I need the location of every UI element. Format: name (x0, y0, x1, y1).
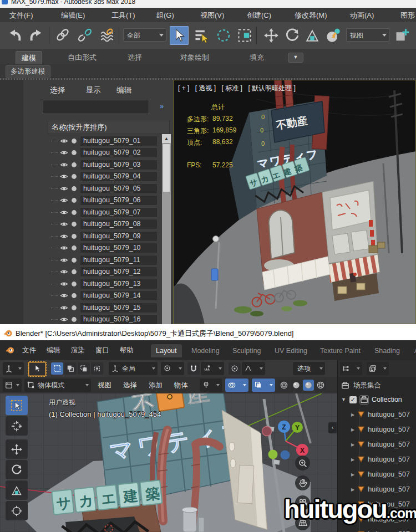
collection-expander-icon[interactable]: ▼ (341, 397, 346, 402)
visibility-eye-icon[interactable] (60, 220, 68, 228)
tool-scale[interactable] (6, 480, 28, 500)
outliner-object-row[interactable]: ▶huitugou_507 (351, 437, 410, 452)
explorer-menu-select[interactable]: 选择 (50, 85, 65, 95)
ribbon-tab-object-paint[interactable]: 对象绘制 (175, 51, 215, 64)
tool-select-box[interactable] (6, 396, 28, 415)
tool-rotate[interactable] (6, 460, 28, 479)
row-expander-icon[interactable]: ▶ (351, 442, 354, 447)
scrollbar-thumb[interactable] (163, 144, 170, 192)
ribbon-overflow-button[interactable]: ▼ (288, 53, 303, 63)
tool-move[interactable] (6, 439, 28, 459)
axis-negative-x-ball[interactable] (262, 427, 272, 436)
row-expander-icon[interactable]: ▶ (351, 412, 354, 417)
select-mode-difference-button[interactable] (91, 362, 103, 375)
visibility-eye-icon[interactable] (60, 268, 68, 276)
selectability-dot-icon[interactable] (70, 268, 78, 275)
workspace-tab-layout[interactable]: Layout (151, 344, 182, 357)
selection-filter-dropdown[interactable]: 全部 (123, 28, 166, 42)
shading-rendered-button[interactable] (315, 380, 326, 391)
select-and-move-button[interactable] (262, 26, 281, 45)
collection-row[interactable]: ▼ ✓ Collection (341, 392, 402, 407)
blender-menu-window[interactable]: 窗口 (95, 346, 109, 355)
transform-orientation-dropdown[interactable]: 全局 (109, 362, 158, 375)
outliner-object-row[interactable]: ▶huitugou_507 (351, 452, 410, 467)
gizmos-dropdown[interactable] (200, 378, 222, 392)
object-name[interactable]: huitugou_5079_13 (80, 279, 158, 289)
workspace-tab-shading[interactable]: Shading (369, 344, 405, 357)
explorer-row[interactable]: huitugou_5079_14 (51, 290, 158, 301)
selectability-dot-icon[interactable] (70, 197, 78, 204)
snap-toggle-button[interactable] (187, 362, 200, 375)
visibility-eye-icon[interactable] (60, 185, 68, 193)
object-name[interactable]: huitugou_5079_08 (80, 219, 158, 229)
tool-cursor[interactable] (6, 416, 28, 436)
max-menu-modifiers[interactable]: 修改器(M) (295, 11, 327, 21)
editor-type-dropdown[interactable] (3, 378, 22, 392)
max-viewport[interactable]: 不動産 マワティフ 0 0 0 (173, 80, 416, 324)
blender-title-bar[interactable]: Blender* [C:\Users\Administrator\Desktop… (0, 326, 416, 340)
ribbon-tab-selection[interactable]: 选择 (122, 51, 148, 64)
max-menu-animation[interactable]: 动画(A) (350, 11, 374, 21)
object-name[interactable]: huitugou_5079_16 (80, 314, 158, 324)
select-mode-extend-button[interactable] (64, 362, 77, 375)
max-title-bar[interactable]: MAX_5079.max - Autodesk 3ds Max 2018 (0, 0, 416, 8)
window-crossing-button[interactable] (235, 26, 254, 45)
explorer-scrollbar[interactable]: ▲ (162, 134, 171, 324)
object-name[interactable]: huitugou_5079_06 (80, 195, 158, 206)
explorer-search-input[interactable] (43, 100, 149, 114)
redo-button[interactable] (27, 26, 45, 45)
scroll-up-arrow-icon[interactable]: ▲ (162, 134, 171, 143)
explorer-row[interactable]: huitugou_5079_02 (51, 147, 158, 158)
visibility-eye-icon[interactable] (60, 304, 68, 312)
outliner-object-row[interactable]: ▶huitugou_507 (351, 407, 410, 422)
row-expander-icon[interactable]: ▶ (351, 457, 354, 462)
pan-button[interactable] (295, 475, 310, 490)
select-and-link-button[interactable] (53, 26, 72, 45)
workspace-tab-uv-editing[interactable]: UV Editing (270, 344, 312, 357)
mode-dropdown[interactable]: 物体模式 (24, 378, 91, 392)
object-name[interactable]: huitugou_5079_07 (80, 207, 158, 218)
explorer-row[interactable]: huitugou_5079_11 (51, 254, 158, 266)
shading-solid-button[interactable] (291, 380, 302, 391)
max-menu-views[interactable]: 视图(V) (200, 11, 224, 21)
unlink-selection-button[interactable] (75, 26, 94, 45)
ribbon-tab-populate[interactable]: 填充 (244, 51, 270, 64)
explorer-column-header[interactable]: 名称(按升序排序) (48, 121, 170, 134)
explorer-row[interactable]: huitugou_5079_09 (51, 231, 158, 242)
blender-menu-help[interactable]: 帮助 (120, 346, 134, 355)
explorer-expand-button[interactable]: » (160, 102, 163, 110)
explorer-row[interactable]: huitugou_5079_16 (51, 314, 158, 324)
selectability-dot-icon[interactable] (70, 173, 78, 180)
object-name[interactable]: huitugou_5079_05 (80, 183, 158, 194)
visibility-eye-icon[interactable] (60, 196, 68, 204)
viewport-menu-general[interactable]: [ + ] (178, 84, 189, 92)
explorer-row[interactable]: huitugou_5079_12 (51, 266, 158, 278)
explorer-row[interactable]: huitugou_5079_08 (51, 218, 158, 230)
ribbon-tab-freeform[interactable]: 自由形式 (62, 51, 102, 64)
explorer-row[interactable]: huitugou_5079_13 (51, 278, 158, 290)
viewport-menu-shading[interactable]: [ 默认明暗处理 ] (248, 84, 295, 92)
selectability-dot-icon[interactable] (70, 292, 78, 299)
selectability-dot-icon[interactable] (70, 149, 78, 156)
max-menu-create[interactable]: 创建(C) (247, 11, 271, 21)
selectability-dot-icon[interactable] (70, 137, 78, 145)
select-and-scale-button[interactable] (303, 26, 322, 45)
row-expander-icon[interactable]: ▶ (351, 472, 354, 477)
selectability-dot-icon[interactable] (70, 304, 78, 311)
object-name[interactable]: huitugou_5079_01 (80, 136, 158, 146)
workspace-tab-sculpting[interactable]: Sculpting (227, 344, 266, 357)
axis-negative-y-ball[interactable] (268, 450, 278, 459)
options-dropdown[interactable]: 选项 (293, 362, 325, 375)
outliner-object-row[interactable]: ▶huitugou_507 (351, 422, 410, 437)
reference-coordinate-dropdown[interactable]: 视图 (346, 28, 389, 42)
select-and-manipulate-button[interactable] (324, 26, 343, 45)
selectability-dot-icon[interactable] (70, 209, 78, 216)
tool-header-dropdown[interactable] (3, 362, 24, 375)
viewport-menu-view[interactable]: 视图 (98, 381, 111, 390)
shading-material-button[interactable] (303, 380, 314, 391)
explorer-row[interactable]: huitugou_5079_03 (51, 159, 158, 171)
overlays-toggle[interactable] (225, 378, 248, 392)
object-name[interactable]: huitugou_5079_11 (80, 255, 158, 265)
object-name[interactable]: huitugou_5079_03 (80, 160, 158, 170)
blender-menu-file[interactable]: 文件 (22, 346, 36, 355)
